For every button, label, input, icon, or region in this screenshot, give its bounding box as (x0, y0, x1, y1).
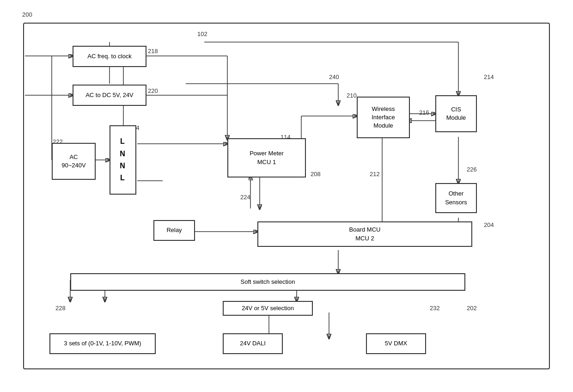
ref-102: 102 (197, 31, 207, 37)
ref-240: 240 (329, 74, 339, 80)
box-3sets: 3 sets of (0-1V, 1-10V, PWM) (49, 333, 156, 354)
box-board-mcu: Board MCUMCU 2 (257, 221, 472, 247)
box-other-sensors: OtherSensors (435, 183, 477, 213)
ref-202: 202 (467, 305, 477, 312)
ref-212: 212 (370, 171, 380, 178)
lnnl-n2: N (120, 161, 126, 171)
ref-200: 200 (22, 11, 32, 18)
box-5v-dmx: 5V DMX (366, 333, 426, 354)
ref-228: 228 (55, 305, 66, 312)
ref-226: 226 (467, 166, 477, 173)
lnnl-n1: N (120, 149, 126, 159)
box-ac-dc: AC to DC 5V, 24V (73, 85, 146, 106)
box-ac-source: AC90~240V (52, 143, 96, 180)
box-ac-freq: AC freq. to clock (73, 46, 146, 67)
ref-218: 218 (148, 48, 158, 55)
box-24v-dali: 24V DALI (223, 333, 283, 354)
lnnl-l1: L (120, 136, 126, 147)
box-lnnl: L N N L (110, 125, 136, 195)
page: 200 (9, 9, 564, 383)
ref-214: 214 (484, 74, 494, 80)
ref-220: 220 (148, 87, 158, 94)
box-relay: Relay (153, 220, 195, 241)
box-wireless: WirelessInterfaceModule (357, 97, 410, 138)
box-power-meter: Power MeterMCU 1 (227, 138, 306, 178)
ref-204: 204 (484, 221, 494, 228)
box-24v-5v: 24V or 5V selection (223, 301, 313, 316)
box-soft-switch: Soft switch selection (70, 273, 465, 291)
ref-216: 216 (419, 109, 429, 116)
ref-210: 210 (347, 92, 357, 99)
ref-232: 232 (430, 305, 440, 312)
box-cis: CISModule (435, 95, 477, 132)
lnnl-l2: L (120, 173, 126, 183)
ref-208: 208 (311, 171, 321, 178)
diagram-container: 102 218 220 240 210 216 214 222 234 206 … (23, 23, 550, 369)
ref-224: 224 (240, 194, 250, 201)
